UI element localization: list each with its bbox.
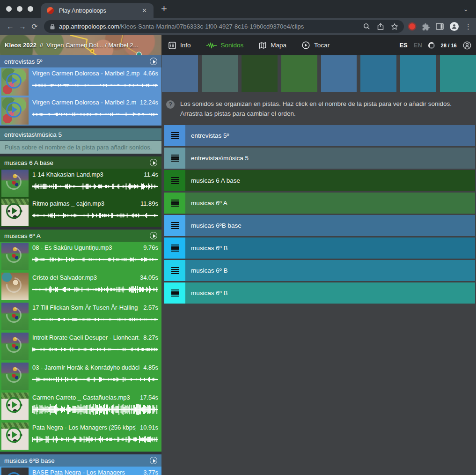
track-row-bar[interactable]: musicas 6º B	[185, 238, 475, 259]
play-overlay-icon[interactable]	[6, 203, 22, 219]
clip-waveform[interactable]	[32, 403, 158, 416]
track-color-swatch[interactable]	[281, 55, 317, 92]
clip-thumbnail[interactable]	[1, 423, 29, 450]
breadcrumb-track-path[interactable]: Virgen Carmen Dol... / Maribel 2...	[46, 42, 138, 49]
clip-thumbnail[interactable]	[1, 303, 29, 330]
track-row[interactable]: musicas 6º A	[164, 193, 475, 214]
nav-tab-tocar[interactable]: Tocar	[302, 41, 330, 49]
clip-waveform[interactable]	[32, 373, 158, 386]
account-icon[interactable]	[463, 41, 471, 50]
play-overlay-icon[interactable]	[3, 274, 24, 296]
tab-search-chevron-icon[interactable]: ⌄	[463, 5, 469, 13]
track-drag-handle[interactable]	[164, 170, 185, 191]
address-bar[interactable]: app.antropoloops.com /Kleos-Santa-Marina…	[44, 20, 404, 33]
clip-waveform[interactable]	[32, 433, 158, 445]
play-overlay-icon[interactable]	[3, 171, 24, 193]
track-drag-handle[interactable]	[164, 238, 185, 259]
clip-thumbnail[interactable]	[1, 68, 29, 96]
track-color-swatch[interactable]	[440, 55, 476, 92]
nav-tab-sonidos[interactable]: Sonidos	[206, 42, 244, 49]
track-drag-handle[interactable]	[164, 215, 185, 236]
track-row-bar[interactable]: musicas 6º B	[185, 282, 475, 304]
tab-close-icon[interactable]: ✕	[141, 7, 148, 14]
track-row-bar[interactable]: musicas 6º A	[185, 193, 475, 214]
clip-thumbnail[interactable]	[1, 97, 29, 125]
browser-tab[interactable]: Play Antropoloops ✕	[41, 3, 154, 18]
share-icon[interactable]	[377, 23, 384, 30]
clip-thumbnail[interactable]	[1, 243, 29, 270]
back-button[interactable]: ←	[4, 22, 16, 31]
window-close-button[interactable]	[6, 6, 12, 12]
track-color-swatch[interactable]	[321, 55, 357, 92]
sound-clip-item[interactable]: BASE Pata Negra - Los Managers 3.77s	[0, 467, 161, 475]
track-row-bar[interactable]: musicas 6 A base	[185, 170, 475, 191]
clip-thumbnail[interactable]	[1, 273, 29, 300]
play-overlay-icon[interactable]	[3, 334, 24, 356]
section-play-all-icon[interactable]	[150, 58, 157, 65]
profile-avatar[interactable]	[450, 22, 459, 31]
nav-tab-info[interactable]: Info	[168, 42, 191, 49]
sound-clip-item[interactable]: 1-14 Khakasian Land.mp3 11.4s	[0, 169, 161, 198]
play-overlay-icon[interactable]	[6, 427, 22, 443]
lang-en-button[interactable]: EN	[414, 42, 422, 49]
nav-tab-mapa[interactable]: Mapa	[259, 42, 286, 49]
track-drag-handle[interactable]	[164, 125, 185, 146]
sound-clip-item[interactable]: 03 - Jaromír Horák & Konrádyho dudácká .…	[0, 362, 161, 392]
clip-waveform[interactable]	[32, 79, 158, 91]
track-row-bar[interactable]: entrevistas 5º	[185, 125, 475, 146]
play-overlay-icon[interactable]	[6, 73, 22, 89]
track-color-swatch[interactable]	[400, 55, 436, 92]
track-row[interactable]: musicas 6 A base	[164, 170, 475, 191]
sound-clip-item[interactable]: Introit Rorate Caeli Desuper - Lionheart…	[0, 332, 161, 362]
sound-clip-item[interactable]: Pata Negra - Los Managers (256 kbps).mp3…	[0, 422, 161, 452]
sound-clip-item[interactable]: Carmen Carreto _ Castañuelas.mp3 17.54s	[0, 392, 161, 422]
play-overlay-icon[interactable]	[6, 397, 22, 413]
play-overlay-icon[interactable]	[6, 472, 22, 475]
play-overlay-icon[interactable]	[3, 304, 24, 326]
track-row[interactable]: entrevistas\música 5	[164, 148, 475, 169]
clip-waveform[interactable]	[32, 253, 158, 266]
section-play-all-icon[interactable]	[150, 232, 157, 239]
section-play-all-icon[interactable]	[150, 457, 157, 464]
side-panel-icon[interactable]	[436, 23, 444, 30]
extensions-puzzle-icon[interactable]	[421, 22, 430, 31]
section-play-all-icon[interactable]	[150, 159, 157, 166]
window-zoom-button[interactable]	[28, 6, 33, 12]
clip-waveform[interactable]	[32, 283, 158, 296]
section-header[interactable]: musicas 6 A base	[0, 156, 161, 169]
reload-button[interactable]: ⟳	[29, 22, 41, 31]
track-color-swatch[interactable]	[242, 55, 278, 92]
track-drag-handle[interactable]	[164, 193, 185, 214]
clip-thumbnail[interactable]	[1, 363, 29, 390]
section-header[interactable]: entrevistas\música 5	[0, 128, 161, 141]
clip-waveform[interactable]	[32, 343, 158, 356]
new-tab-button[interactable]: +	[161, 4, 167, 14]
sound-clip-item[interactable]: Ritmo palmas _ cajón.mp3 11.89s	[0, 198, 161, 227]
track-drag-handle[interactable]	[164, 282, 185, 304]
track-drag-handle[interactable]	[164, 148, 185, 169]
clip-thumbnail[interactable]	[1, 199, 29, 226]
track-row[interactable]: musicas 6ºB base	[164, 215, 475, 236]
section-header[interactable]: musicas 6º A	[0, 230, 161, 242]
section-header[interactable]: musicas 6ºB base	[0, 454, 161, 467]
browser-menu-icon[interactable]: ⋮	[465, 22, 472, 31]
track-drag-handle[interactable]	[164, 260, 185, 281]
clip-thumbnail[interactable]	[1, 393, 29, 420]
section-header[interactable]: entrevistas 5º	[0, 55, 161, 67]
sound-clip-item[interactable]: 17 Till Flickan Som Är Tusen År-Halling …	[0, 302, 161, 332]
clip-waveform[interactable]	[32, 209, 158, 222]
zoom-icon[interactable]	[363, 23, 370, 30]
sound-clip-item[interactable]: Cristo del Salvador.mp3 34.05s	[0, 272, 161, 302]
clip-thumbnail[interactable]	[1, 333, 29, 360]
play-overlay-icon[interactable]	[6, 102, 22, 118]
track-row-bar[interactable]: entrevistas\música 5	[185, 148, 475, 169]
breadcrumb[interactable]: Kleos 2022 // Virgen Carmen Dol... / Mar…	[0, 35, 161, 55]
clip-thumbnail[interactable]	[1, 468, 29, 475]
clip-waveform[interactable]	[32, 313, 158, 326]
clip-waveform[interactable]	[32, 108, 158, 120]
recording-extension-icon[interactable]	[409, 23, 415, 30]
sound-clip-item[interactable]: Virgen Carmen Dolorosa - Maribel 2.mp3 4…	[0, 67, 161, 96]
window-controls[interactable]	[6, 6, 33, 12]
bookmark-star-icon[interactable]	[391, 23, 398, 30]
track-row[interactable]: musicas 6º B	[164, 260, 475, 281]
